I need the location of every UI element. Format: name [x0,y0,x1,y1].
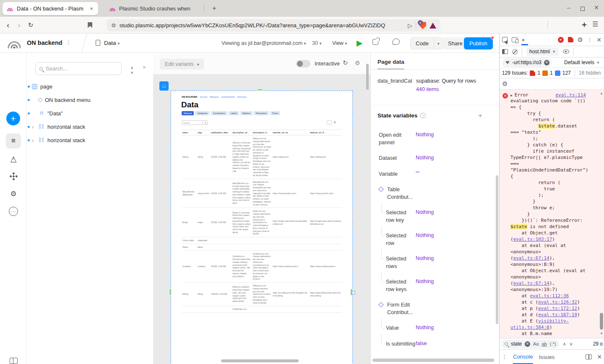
state-value-link[interactable]: false [416,341,427,346]
back-icon[interactable]: ‹ [7,21,9,30]
context-selector[interactable]: host.html▼ [526,47,559,56]
site-settings-icon[interactable]: ⚙ [111,22,116,29]
table-row[interactable]: Engelengel5/3/25, 2:00 AMEngel is a Germ… [182,208,342,237]
browser-tab-active[interactable]: Data - ON backend - Plasm × [3,2,98,15]
collapse-all-icon[interactable]: × [143,64,146,70]
tab-console[interactable]: Console [513,350,533,364]
stack-trace-link[interactable]: eval.ts:112:36 [530,293,569,299]
add-state-button[interactable]: + [478,112,482,120]
scroll-up-icon[interactable]: ▲ [600,91,603,95]
column-header-website_url_en[interactable]: website_url_en↕ [272,130,309,135]
restore-button[interactable] [581,5,585,12]
page-selector[interactable]: Data ▾ [104,40,120,46]
insert-button[interactable]: + [6,112,20,125]
viewing-as-selector[interactable]: Viewing as jd.bar@protonmail.com ▾ [221,40,306,46]
info-icon[interactable]: i [420,113,426,118]
state-variable-row[interactable]: Selected row keyNothing [371,209,499,224]
tree-item[interactable]: ›horizontal stack [27,133,153,147]
edit-variants-button[interactable]: Edit variants▾ [160,59,204,70]
interactive-toggle[interactable] [296,60,310,68]
devtools-close-icon[interactable]: ✕ [596,36,601,43]
tab-close-icon[interactable]: × [89,5,94,12]
console-scrollbar[interactable]: ▲ ▼ [599,91,604,336]
console-log-area[interactable]: ✕ ▶ Error eval.ts:114 evaluating custom … [500,89,604,338]
resize-handle-corner[interactable] [352,291,355,294]
sort-icon[interactable]: ↕ [325,132,325,134]
clear-console-icon[interactable] [512,49,518,55]
forward-icon[interactable]: › [18,21,20,30]
refresh-icon[interactable]: ↻ [343,59,348,67]
state-value-link[interactable]: Nothing [416,209,434,215]
settings-gear-icon[interactable]: ⚙ [6,186,21,201]
state-value-link[interactable]: Nothing [416,255,434,261]
canvas-settings-icon[interactable]: ⚙ [355,60,360,66]
log-levels-selector[interactable]: Default levels▼ [564,60,601,65]
brand-category-tab[interactable]: Contributions [211,111,227,115]
share-icon[interactable]: ▷ [408,22,412,29]
query-result-link[interactable]: 440 items [416,86,439,92]
code-button[interactable]: Code ▾ [410,37,443,49]
inspect-element-icon[interactable] [502,37,508,42]
column-header-slug[interactable]: slug↕ [197,130,211,135]
issues-badge[interactable] [568,37,573,42]
console-settings-icon[interactable]: ⚙ [502,80,508,88]
scrollbar-thumb[interactable] [600,313,603,330]
stack-trace-link[interactable]: eval.ts:103:17 [513,237,552,242]
state-value-link[interactable]: Nothing [416,155,434,161]
extension-icon[interactable] [430,23,436,29]
column-header-description_en[interactable]: description_en↕ [232,130,252,135]
state-variable-row[interactable]: Selected row keysNothing [371,278,499,293]
bookmark-icon[interactable] [88,22,92,28]
sort-icon[interactable]: ↕ [228,132,229,134]
code-dropdown-icon[interactable]: ▾ [434,38,443,49]
state-value-link[interactable]: "" [416,171,419,177]
brand-category-tab[interactable]: Matières [240,111,253,115]
tab-issues[interactable]: Issues [539,350,555,364]
brand-category-tab[interactable]: Textes [270,111,280,115]
state-value-link[interactable]: Nothing [416,278,434,284]
previous-match-icon[interactable]: ∧ [562,341,566,347]
state-variable-row[interactable]: Is submittingfalse [371,341,499,348]
drawer-menu-icon[interactable]: ⋮ [502,354,507,360]
table-row[interactable]: Coq en pâtecoqenpate [182,237,342,244]
panel-vertical-scrollbar[interactable] [496,175,498,324]
more-tabs-icon[interactable]: » [522,37,525,43]
search-query[interactable]: state [511,341,522,347]
console-filter-input[interactable]: -url:https://o3 ✕ [502,58,552,67]
sort-icon[interactable]: ↕ [188,132,189,134]
state-variable-row[interactable]: DatasetNothing [371,155,499,162]
pagination-size-button[interactable]: .. [327,120,332,125]
chevron-right-icon[interactable]: › [32,124,39,130]
error-count-badge[interactable]: ✕ [558,37,564,43]
canvas-horizontal-scrollbar[interactable] [221,359,299,362]
stack-trace-link[interactable]: eval.ts:126:32 [538,299,577,305]
stack-trace-link[interactable]: eval.ts:172:12 [538,306,577,311]
state-value-link[interactable]: Nothing [416,232,434,238]
stack-trace-link[interactable]: eval.ts:67:14 [513,255,549,261]
state-value-link[interactable]: Nothing [416,132,434,138]
console-search-input[interactable]: state ✕ Aa ab (.*) [501,340,559,348]
expand-error-icon[interactable]: ▶ [510,94,513,97]
table-row[interactable]: ManyMonths (Babyidea)manymonths5/2/25, 2… [182,179,342,208]
state-variable-row[interactable]: Selected rowNothing [371,232,499,247]
browser-tab-background[interactable]: Plasmic Studio crashes when [105,2,195,15]
view-selector[interactable]: View ▾ [332,40,347,46]
device-toolbar-icon[interactable] [512,37,518,42]
preview-play-button[interactable]: ▶ [357,38,363,48]
resize-handle-top[interactable] [257,88,263,91]
brand-category-tab[interactable]: Partenaires [254,111,269,115]
search-icon[interactable] [203,121,207,125]
tree-item[interactable]: page [27,80,153,93]
match-case-toggle[interactable]: Aa [533,341,539,346]
clear-search-icon[interactable]: ✕ [525,341,530,347]
minimize-button[interactable]: – [567,4,570,11]
clear-filter-icon[interactable]: ✕ [544,60,549,65]
canvas-area[interactable]: Edit variants▾ Interactive ↻ ⚙ □ ON BACK… [153,53,370,364]
brand-category-tab[interactable]: Labels [229,111,239,115]
tree-item[interactable]: H"Data" [27,107,153,120]
search-input[interactable] [46,65,109,72]
brand-category-tab[interactable]: Catégories [195,111,209,115]
table-search-field[interactable]: Search [182,120,208,125]
outline-search[interactable] [35,62,122,75]
page-frame[interactable]: ON BACKENDAccueilMarquesContributionsDon… [171,91,353,364]
